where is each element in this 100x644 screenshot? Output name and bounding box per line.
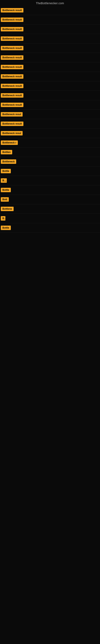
result-row: Bottle	[0, 223, 100, 233]
result-row: Bottleneck r	[0, 138, 100, 148]
result-row: Bott	[0, 195, 100, 204]
result-row: Bottleneck result	[0, 44, 100, 53]
result-row: Bottleneck resul	[0, 128, 100, 138]
result-row: B	[0, 214, 100, 223]
bottleneck-badge[interactable]: Bott	[1, 197, 9, 202]
bottleneck-badge[interactable]: Bottleneck result	[1, 27, 23, 32]
site-title-text: TheBottlenecker.com	[36, 2, 64, 5]
bottleneck-badge[interactable]: Bottle	[1, 188, 11, 192]
results-list: Bottleneck resultBottleneck resultBottle…	[0, 6, 100, 233]
result-row: Bottleneck result	[0, 81, 100, 91]
bottleneck-badge[interactable]: Bottleneck result	[1, 55, 23, 60]
bottleneck-badge[interactable]: Bo	[1, 178, 7, 183]
bottleneck-badge[interactable]: Bottleneck result	[1, 18, 23, 22]
result-row: Bottleneck	[0, 157, 100, 166]
result-row: Bottleneck result	[0, 53, 100, 62]
site-title: TheBottlenecker.com	[0, 0, 100, 6]
bottleneck-badge[interactable]: Bottleneck	[1, 160, 16, 164]
bottleneck-badge[interactable]: Bottleneck result	[1, 74, 23, 79]
result-row: Bo	[0, 176, 100, 185]
bottleneck-badge[interactable]: Bottleneck result	[1, 36, 23, 41]
result-row: Bottleneck resul	[0, 110, 100, 119]
result-row: Bottleneck result	[0, 119, 100, 128]
result-row: Bottlene	[0, 204, 100, 214]
result-row: Bottle	[0, 185, 100, 195]
result-row: Bottlen	[0, 148, 100, 157]
bottleneck-badge[interactable]: Bottleneck result	[1, 122, 23, 126]
bottleneck-badge[interactable]: Bottleneck resul	[1, 131, 23, 136]
bottleneck-badge[interactable]: Bottle	[1, 226, 11, 230]
bottleneck-badge[interactable]: Bottleneck result	[1, 65, 23, 69]
bottleneck-badge[interactable]: Bottleneck result	[1, 84, 23, 88]
bottleneck-badge[interactable]: Bottleneck result	[1, 8, 23, 12]
bottleneck-badge[interactable]: B	[1, 216, 5, 220]
bottleneck-badge[interactable]: Bottleneck result	[1, 93, 23, 98]
result-row: Bottleneck result	[0, 24, 100, 34]
result-row: Bottleneck result	[0, 72, 100, 81]
result-row: Bottleneck result	[0, 15, 100, 24]
bottleneck-badge[interactable]: Bottleneck result	[1, 46, 23, 50]
result-row: Bottleneck result	[0, 6, 100, 15]
bottleneck-badge[interactable]: Bottleneck r	[1, 140, 18, 145]
bottleneck-badge[interactable]: Bottlene	[1, 207, 14, 211]
result-row: Bottleneck result	[0, 34, 100, 44]
result-row: Bottle	[0, 166, 100, 176]
bottleneck-badge[interactable]: Bottlen	[1, 150, 12, 154]
bottleneck-badge[interactable]: Bottleneck result	[1, 103, 23, 107]
result-row: Bottleneck result	[0, 100, 100, 110]
result-row: Bottleneck result	[0, 62, 100, 72]
result-row: Bottleneck result	[0, 91, 100, 100]
bottleneck-badge[interactable]: Bottle	[1, 169, 11, 173]
bottleneck-badge[interactable]: Bottleneck resul	[1, 112, 23, 116]
